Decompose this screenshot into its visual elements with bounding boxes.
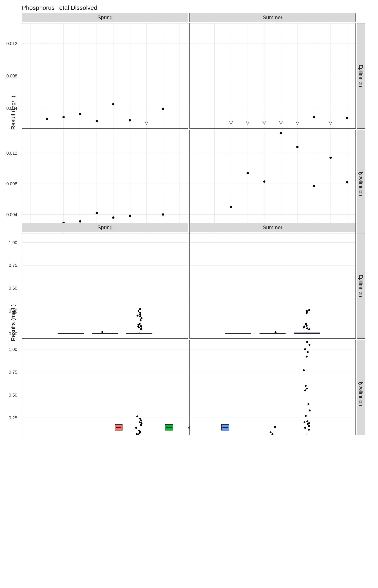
svg-point-214 <box>303 369 305 371</box>
svg-point-14 <box>62 116 65 118</box>
svg-point-144 <box>306 310 308 312</box>
svg-point-106 <box>140 325 142 327</box>
svg-point-212 <box>306 388 308 390</box>
svg-point-172 <box>135 427 137 429</box>
svg-point-108 <box>139 323 141 325</box>
svg-point-141 <box>305 323 307 325</box>
svg-point-76 <box>230 206 232 208</box>
row-strip-hypolimnion: Hypolimnion <box>357 130 365 235</box>
boxplot-chart: Comparison with Network Data Results (mg… <box>4 214 374 416</box>
svg-point-167 <box>136 433 138 435</box>
svg-point-138 <box>303 325 305 327</box>
scatter-chart: Phosphorus Total Dissolved Result (mg/L)… <box>4 4 374 206</box>
legend-box-icon <box>115 424 122 430</box>
svg-point-115 <box>138 310 140 312</box>
row-strip-epilimnion: Epilimnion <box>357 23 365 129</box>
scatter-facet-grid: Result (mg/L) Spring Summer 0.0040.0080.… <box>22 13 365 206</box>
svg-point-35 <box>346 117 349 119</box>
svg-point-219 <box>306 341 308 343</box>
svg-point-80 <box>296 146 298 148</box>
svg-point-97 <box>101 331 103 333</box>
boxplot-facet-grid: Results (mg/L) Spring Summer 0.000.250.5… <box>22 223 365 416</box>
scatter-y-label: Result (mg/L) <box>10 96 17 130</box>
panel-spring-hypolimnion-box: 0.000.250.500.751.00 <box>22 340 188 435</box>
col-strip-spring-2: Spring <box>22 223 188 232</box>
svg-point-15 <box>79 113 81 115</box>
row-strip-hypolimnion-2: Hypolimnion <box>357 340 365 435</box>
legend-box-icon <box>165 424 173 430</box>
svg-point-207 <box>307 420 309 422</box>
svg-point-176 <box>140 420 142 422</box>
svg-point-17 <box>112 103 115 106</box>
svg-point-205 <box>308 422 310 424</box>
svg-point-81 <box>313 185 315 187</box>
panel-spring-epilimnion: 0.0040.0080.012 <box>22 23 188 129</box>
svg-point-208 <box>305 415 307 417</box>
svg-point-60 <box>129 215 131 217</box>
svg-point-178 <box>136 415 138 417</box>
svg-point-213 <box>305 385 307 387</box>
svg-point-136 <box>306 327 308 329</box>
svg-point-19 <box>162 108 164 110</box>
svg-point-83 <box>346 181 349 184</box>
scatter-title: Phosphorus Total Dissolved <box>22 4 374 11</box>
svg-point-111 <box>139 315 141 317</box>
svg-point-215 <box>306 356 308 358</box>
svg-point-175 <box>139 421 141 423</box>
svg-point-34 <box>313 116 315 118</box>
svg-point-61 <box>162 213 164 216</box>
svg-point-211 <box>304 389 306 391</box>
svg-point-77 <box>246 172 249 174</box>
svg-point-206 <box>304 421 306 423</box>
svg-point-114 <box>139 312 141 314</box>
panel-spring-hypolimnion: 0.0040.0080.012 <box>22 130 188 235</box>
panel-summer-hypolimnion <box>189 130 356 235</box>
svg-point-218 <box>309 344 310 346</box>
svg-point-59 <box>112 216 115 219</box>
svg-point-18 <box>129 119 131 122</box>
svg-point-82 <box>329 157 332 159</box>
svg-point-171 <box>138 430 140 432</box>
svg-point-130 <box>274 331 276 333</box>
svg-point-201 <box>308 429 310 431</box>
svg-point-113 <box>139 314 141 316</box>
svg-point-194 <box>271 433 273 435</box>
svg-point-177 <box>139 418 141 420</box>
col-strip-spring: Spring <box>22 13 188 22</box>
col-strip-summer: Summer <box>189 13 356 22</box>
col-strip-summer-2: Summer <box>189 223 356 232</box>
svg-point-196 <box>274 426 276 428</box>
svg-point-103 <box>140 327 142 329</box>
svg-point-216 <box>307 351 309 353</box>
svg-point-209 <box>309 410 311 412</box>
panel-summer-hypolimnion-box <box>189 340 356 435</box>
svg-point-78 <box>263 180 266 183</box>
legend-box-icon <box>221 424 229 430</box>
svg-point-195 <box>270 431 272 433</box>
svg-point-210 <box>308 403 310 405</box>
svg-point-105 <box>137 325 139 327</box>
svg-point-116 <box>139 308 141 310</box>
svg-point-110 <box>141 317 143 319</box>
svg-point-79 <box>280 132 282 134</box>
svg-point-16 <box>95 120 98 122</box>
svg-point-112 <box>136 315 138 317</box>
svg-point-57 <box>79 220 81 223</box>
panel-spring-epilimnion-box: 0.000.250.500.751.00 <box>22 233 188 339</box>
svg-point-202 <box>304 427 306 429</box>
row-strip-epilimnion-2: Epilimnion <box>357 233 365 339</box>
svg-point-58 <box>95 212 98 214</box>
svg-point-217 <box>304 348 306 350</box>
panel-summer-epilimnion-box <box>189 233 356 339</box>
svg-point-145 <box>308 309 310 311</box>
svg-point-109 <box>140 319 142 321</box>
svg-point-173 <box>140 424 142 426</box>
panel-summer-epilimnion <box>189 23 356 129</box>
svg-point-174 <box>141 422 143 424</box>
svg-point-203 <box>308 425 310 427</box>
svg-point-135 <box>308 328 310 330</box>
svg-point-13 <box>46 118 48 120</box>
